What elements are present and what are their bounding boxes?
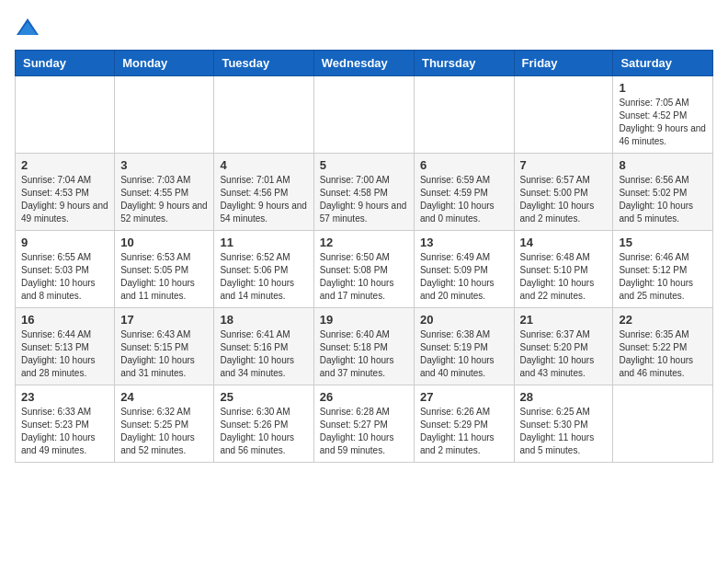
calendar-cell: 22Sunrise: 6:35 AM Sunset: 5:22 PM Dayli… bbox=[613, 308, 713, 385]
logo bbox=[15, 15, 44, 40]
day-info: Sunrise: 6:48 AM Sunset: 5:10 PM Dayligh… bbox=[520, 251, 608, 303]
calendar-cell: 17Sunrise: 6:43 AM Sunset: 5:15 PM Dayli… bbox=[115, 308, 214, 385]
day-number: 8 bbox=[619, 158, 707, 172]
day-info: Sunrise: 6:43 AM Sunset: 5:15 PM Dayligh… bbox=[120, 328, 208, 380]
calendar-cell: 10Sunrise: 6:53 AM Sunset: 5:05 PM Dayli… bbox=[115, 231, 214, 308]
calendar-week-row: 9Sunrise: 6:55 AM Sunset: 5:03 PM Daylig… bbox=[16, 231, 713, 308]
calendar-cell bbox=[514, 76, 613, 154]
day-info: Sunrise: 6:53 AM Sunset: 5:05 PM Dayligh… bbox=[120, 251, 208, 303]
calendar-cell: 23Sunrise: 6:33 AM Sunset: 5:23 PM Dayli… bbox=[16, 385, 115, 463]
calendar-cell: 4Sunrise: 7:01 AM Sunset: 4:56 PM Daylig… bbox=[214, 154, 313, 231]
day-info: Sunrise: 7:00 AM Sunset: 4:58 PM Dayligh… bbox=[320, 174, 408, 225]
day-number: 25 bbox=[220, 390, 307, 404]
day-number: 18 bbox=[220, 313, 307, 327]
day-info: Sunrise: 6:33 AM Sunset: 5:23 PM Dayligh… bbox=[21, 406, 108, 457]
day-info: Sunrise: 7:04 AM Sunset: 4:53 PM Dayligh… bbox=[21, 174, 108, 225]
calendar-cell bbox=[313, 76, 414, 154]
calendar-cell: 13Sunrise: 6:49 AM Sunset: 5:09 PM Dayli… bbox=[414, 231, 514, 308]
day-info: Sunrise: 6:49 AM Sunset: 5:09 PM Dayligh… bbox=[420, 251, 508, 303]
day-info: Sunrise: 7:01 AM Sunset: 4:56 PM Dayligh… bbox=[220, 174, 307, 225]
day-number: 7 bbox=[520, 158, 608, 172]
day-number: 9 bbox=[21, 236, 108, 249]
day-number: 19 bbox=[320, 313, 408, 327]
weekday-header: Monday bbox=[115, 51, 214, 76]
calendar-cell: 7Sunrise: 6:57 AM Sunset: 5:00 PM Daylig… bbox=[514, 154, 613, 231]
weekday-header: Thursday bbox=[414, 51, 514, 76]
calendar-cell bbox=[414, 76, 514, 154]
day-info: Sunrise: 6:26 AM Sunset: 5:29 PM Dayligh… bbox=[420, 406, 508, 457]
calendar-cell: 21Sunrise: 6:37 AM Sunset: 5:20 PM Dayli… bbox=[514, 308, 613, 385]
calendar-cell: 1Sunrise: 7:05 AM Sunset: 4:52 PM Daylig… bbox=[613, 76, 713, 154]
day-info: Sunrise: 6:46 AM Sunset: 5:12 PM Dayligh… bbox=[619, 251, 707, 303]
weekday-header: Tuesday bbox=[214, 51, 313, 76]
day-info: Sunrise: 6:32 AM Sunset: 5:25 PM Dayligh… bbox=[120, 406, 208, 457]
day-number: 2 bbox=[21, 158, 108, 172]
calendar-cell: 27Sunrise: 6:26 AM Sunset: 5:29 PM Dayli… bbox=[414, 385, 514, 463]
day-number: 27 bbox=[420, 390, 508, 404]
day-number: 10 bbox=[120, 236, 208, 249]
day-info: Sunrise: 7:03 AM Sunset: 4:55 PM Dayligh… bbox=[120, 174, 208, 225]
weekday-header: Sunday bbox=[16, 51, 115, 76]
header bbox=[15, 15, 713, 40]
calendar-cell: 14Sunrise: 6:48 AM Sunset: 5:10 PM Dayli… bbox=[514, 231, 613, 308]
calendar-cell: 8Sunrise: 6:56 AM Sunset: 5:02 PM Daylig… bbox=[613, 154, 713, 231]
calendar-cell: 9Sunrise: 6:55 AM Sunset: 5:03 PM Daylig… bbox=[16, 231, 115, 308]
day-number: 22 bbox=[619, 313, 707, 327]
day-number: 16 bbox=[21, 313, 108, 327]
calendar-cell: 19Sunrise: 6:40 AM Sunset: 5:18 PM Dayli… bbox=[313, 308, 414, 385]
day-info: Sunrise: 6:44 AM Sunset: 5:13 PM Dayligh… bbox=[21, 328, 108, 380]
day-number: 23 bbox=[21, 390, 108, 404]
day-number: 21 bbox=[520, 313, 608, 327]
day-number: 3 bbox=[120, 158, 208, 172]
calendar-week-row: 2Sunrise: 7:04 AM Sunset: 4:53 PM Daylig… bbox=[16, 154, 713, 231]
day-info: Sunrise: 6:37 AM Sunset: 5:20 PM Dayligh… bbox=[520, 328, 608, 380]
calendar: SundayMondayTuesdayWednesdayThursdayFrid… bbox=[15, 50, 713, 463]
calendar-cell: 15Sunrise: 6:46 AM Sunset: 5:12 PM Dayli… bbox=[613, 231, 713, 308]
logo-icon bbox=[15, 15, 40, 40]
day-number: 1 bbox=[619, 81, 707, 95]
calendar-week-row: 1Sunrise: 7:05 AM Sunset: 4:52 PM Daylig… bbox=[16, 76, 713, 154]
weekday-header: Friday bbox=[514, 51, 613, 76]
day-number: 11 bbox=[220, 236, 307, 249]
day-info: Sunrise: 6:28 AM Sunset: 5:27 PM Dayligh… bbox=[320, 406, 408, 457]
weekday-header: Wednesday bbox=[313, 51, 414, 76]
day-info: Sunrise: 6:59 AM Sunset: 4:59 PM Dayligh… bbox=[420, 174, 508, 225]
day-info: Sunrise: 6:55 AM Sunset: 5:03 PM Dayligh… bbox=[21, 251, 108, 303]
calendar-cell: 25Sunrise: 6:30 AM Sunset: 5:26 PM Dayli… bbox=[214, 385, 313, 463]
weekday-header: Saturday bbox=[613, 51, 713, 76]
calendar-cell bbox=[115, 76, 214, 154]
weekday-header-row: SundayMondayTuesdayWednesdayThursdayFrid… bbox=[16, 51, 713, 76]
day-info: Sunrise: 6:56 AM Sunset: 5:02 PM Dayligh… bbox=[619, 174, 707, 225]
calendar-cell bbox=[214, 76, 313, 154]
calendar-week-row: 23Sunrise: 6:33 AM Sunset: 5:23 PM Dayli… bbox=[16, 385, 713, 463]
day-info: Sunrise: 6:35 AM Sunset: 5:22 PM Dayligh… bbox=[619, 328, 707, 380]
calendar-cell: 16Sunrise: 6:44 AM Sunset: 5:13 PM Dayli… bbox=[16, 308, 115, 385]
calendar-cell: 24Sunrise: 6:32 AM Sunset: 5:25 PM Dayli… bbox=[115, 385, 214, 463]
day-number: 4 bbox=[220, 158, 307, 172]
day-number: 26 bbox=[320, 390, 408, 404]
day-info: Sunrise: 6:40 AM Sunset: 5:18 PM Dayligh… bbox=[320, 328, 408, 380]
calendar-cell bbox=[613, 385, 713, 463]
day-info: Sunrise: 6:30 AM Sunset: 5:26 PM Dayligh… bbox=[220, 406, 307, 457]
calendar-cell: 6Sunrise: 6:59 AM Sunset: 4:59 PM Daylig… bbox=[414, 154, 514, 231]
calendar-cell: 26Sunrise: 6:28 AM Sunset: 5:27 PM Dayli… bbox=[313, 385, 414, 463]
calendar-cell: 28Sunrise: 6:25 AM Sunset: 5:30 PM Dayli… bbox=[514, 385, 613, 463]
day-number: 24 bbox=[120, 390, 208, 404]
calendar-cell: 2Sunrise: 7:04 AM Sunset: 4:53 PM Daylig… bbox=[16, 154, 115, 231]
day-number: 14 bbox=[520, 236, 608, 249]
day-info: Sunrise: 6:52 AM Sunset: 5:06 PM Dayligh… bbox=[220, 251, 307, 303]
day-number: 20 bbox=[420, 313, 508, 327]
day-number: 13 bbox=[420, 236, 508, 249]
day-number: 28 bbox=[520, 390, 608, 404]
calendar-cell: 18Sunrise: 6:41 AM Sunset: 5:16 PM Dayli… bbox=[214, 308, 313, 385]
calendar-cell: 11Sunrise: 6:52 AM Sunset: 5:06 PM Dayli… bbox=[214, 231, 313, 308]
day-info: Sunrise: 6:50 AM Sunset: 5:08 PM Dayligh… bbox=[320, 251, 408, 303]
calendar-cell: 3Sunrise: 7:03 AM Sunset: 4:55 PM Daylig… bbox=[115, 154, 214, 231]
day-number: 5 bbox=[320, 158, 408, 172]
day-number: 12 bbox=[320, 236, 408, 249]
day-info: Sunrise: 6:57 AM Sunset: 5:00 PM Dayligh… bbox=[520, 174, 608, 225]
day-info: Sunrise: 6:38 AM Sunset: 5:19 PM Dayligh… bbox=[420, 328, 508, 380]
calendar-cell: 5Sunrise: 7:00 AM Sunset: 4:58 PM Daylig… bbox=[313, 154, 414, 231]
calendar-cell: 12Sunrise: 6:50 AM Sunset: 5:08 PM Dayli… bbox=[313, 231, 414, 308]
day-info: Sunrise: 6:25 AM Sunset: 5:30 PM Dayligh… bbox=[520, 406, 608, 457]
